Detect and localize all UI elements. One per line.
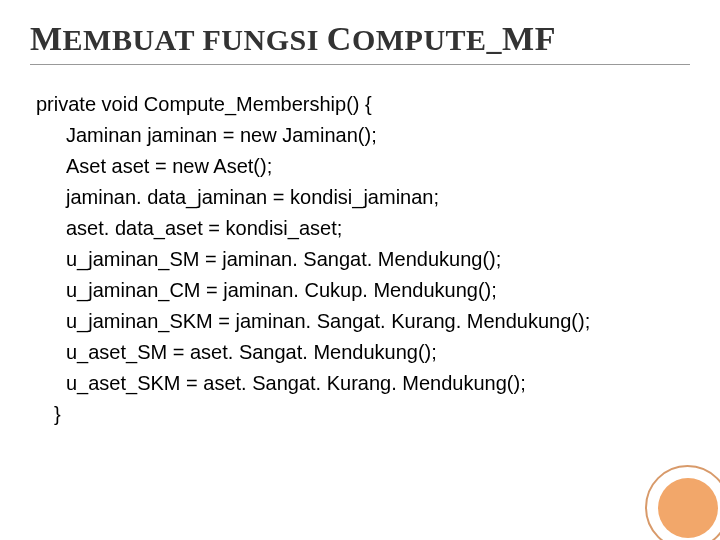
code-line: u_jaminan_SKM = jaminan. Sangat. Kurang.…	[36, 306, 690, 337]
code-line: aset. data_aset = kondisi_aset;	[36, 213, 690, 244]
circle-icon	[658, 478, 718, 538]
code-line: u_aset_SKM = aset. Sangat. Kurang. Mendu…	[36, 368, 690, 399]
code-block: private void Compute_Membership() { Jami…	[30, 89, 690, 430]
code-line: u_jaminan_SM = jaminan. Sangat. Mendukun…	[36, 244, 690, 275]
code-line: u_aset_SM = aset. Sangat. Mendukung();	[36, 337, 690, 368]
corner-decoration	[640, 460, 720, 540]
code-line: private void Compute_Membership() {	[36, 89, 690, 120]
code-line: jaminan. data_jaminan = kondisi_jaminan;	[36, 182, 690, 213]
code-line: u_jaminan_CM = jaminan. Cukup. Mendukung…	[36, 275, 690, 306]
slide-title: MEMBUAT FUNGSI COMPUTE_MF	[30, 20, 690, 65]
code-line: Aset aset = new Aset();	[36, 151, 690, 182]
code-line: }	[36, 399, 690, 430]
slide: MEMBUAT FUNGSI COMPUTE_MF private void C…	[0, 0, 720, 540]
code-line: Jaminan jaminan = new Jaminan();	[36, 120, 690, 151]
